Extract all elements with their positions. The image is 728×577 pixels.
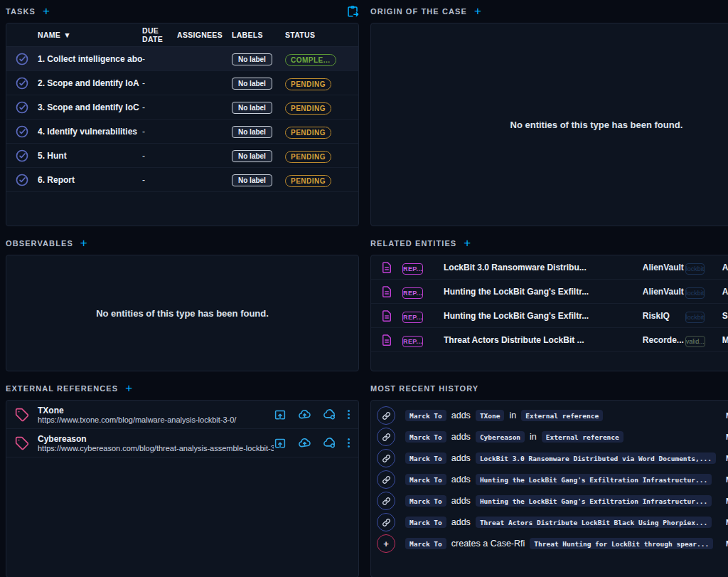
col-name[interactable]: NAME▼ xyxy=(38,31,142,39)
col-assignees: ASSIGNEES xyxy=(177,31,232,39)
task-label-chip: No label xyxy=(232,150,272,162)
task-name: 1. Collect intelligence about the a... xyxy=(38,54,142,64)
upload-file-button[interactable] xyxy=(298,436,311,450)
external-references-title: EXTERNAL REFERENCES xyxy=(6,384,118,393)
history-action: adds xyxy=(451,517,471,527)
plus-circle-icon: + xyxy=(383,539,389,549)
add-observable-button[interactable]: + xyxy=(80,238,87,248)
history-event-icon: + xyxy=(377,470,395,489)
add-related-entity-button[interactable]: + xyxy=(464,238,471,248)
external-references-header: EXTERNAL REFERENCES + xyxy=(6,381,359,396)
task-due-date: - xyxy=(142,78,177,88)
related-entities-header: RELATED ENTITIES + xyxy=(370,236,728,250)
task-row[interactable]: 5. Hunt - No label PENDING xyxy=(6,144,358,168)
entity-type-chip: REP... xyxy=(402,287,423,299)
history-user-chip: Marck To xyxy=(405,474,446,485)
related-entity-row[interactable]: REP... LockBit 3.0 Ransomware Distribu..… xyxy=(371,255,728,280)
task-status-chip: COMPLE... xyxy=(285,54,336,66)
link-icon xyxy=(382,411,391,420)
check-circle-icon xyxy=(6,125,38,139)
history-event-icon: + xyxy=(377,492,395,510)
history-user-chip: Marck To xyxy=(405,452,446,464)
entity-label-chip: lockbit xyxy=(685,287,705,299)
cloud-sync-icon xyxy=(323,436,336,450)
tasks-title: TASKS xyxy=(6,7,36,16)
cloud-upload-icon xyxy=(298,436,311,450)
history-user-chip: Marck To xyxy=(405,517,446,528)
history-context-chip: External reference xyxy=(542,431,623,443)
related-entity-row[interactable]: REP... Hunting the LockBit Gang's Exfilt… xyxy=(371,280,728,304)
open-in-browser-icon xyxy=(274,408,287,421)
history-action: adds xyxy=(451,453,471,463)
task-status-chip: PENDING xyxy=(285,151,331,163)
entity-date: Aug 23, ... xyxy=(722,287,728,297)
task-due-date: - xyxy=(142,102,177,112)
add-external-reference-button[interactable]: + xyxy=(125,383,132,393)
external-reference-row[interactable]: TXone https://www.txone.com/blog/malware… xyxy=(6,401,358,429)
add-origin-button[interactable]: + xyxy=(474,6,481,16)
task-due-date: - xyxy=(142,175,177,185)
report-file-icon xyxy=(371,285,402,298)
sort-desc-icon: ▼ xyxy=(63,31,71,39)
history-event-icon: + xyxy=(377,449,395,467)
report-file-icon xyxy=(371,309,402,322)
history-user-chip: Marck To xyxy=(405,410,446,421)
related-entities-title: RELATED ENTITIES xyxy=(370,239,456,248)
observables-title: OBSERVABLES xyxy=(6,239,73,248)
history-context-chip: External reference xyxy=(521,410,603,421)
kebab-menu-icon xyxy=(348,413,350,415)
apply-task-template-button[interactable] xyxy=(346,5,359,18)
reference-source-name: Cybereason xyxy=(38,434,274,444)
entity-type-chip: REP... xyxy=(402,336,423,347)
history-event-icon: + xyxy=(377,513,395,531)
task-label-chip: No label xyxy=(232,78,272,90)
open-in-browser-icon xyxy=(274,437,287,450)
external-reference-row[interactable]: Cybereason https://www.cybereason.com/bl… xyxy=(6,429,358,457)
task-row[interactable]: 2. Scope and Identify IoA - No label PEN… xyxy=(6,71,358,95)
left-column: TASKS + NAME▼ DUE DATE ASSIGNEES LABELS … xyxy=(6,4,359,577)
history-title: MOST RECENT HISTORY xyxy=(370,384,478,393)
right-column: ORIGIN OF THE CASE + No entities of this… xyxy=(370,4,728,577)
tasks-panel: NAME▼ DUE DATE ASSIGNEES LABELS STATUS 1… xyxy=(6,23,359,226)
history-row: + Marck To adds LockBit 3.0 Ransomware D… xyxy=(371,448,728,469)
task-name: 6. Report xyxy=(38,175,142,185)
entity-creator: RiskIQ xyxy=(643,311,685,321)
task-label-chip: No label xyxy=(232,53,272,65)
related-entity-row[interactable]: REP... Threat Actors Distribute LockBit … xyxy=(371,328,728,352)
kebab-menu-icon xyxy=(348,442,350,444)
task-status-chip: PENDING xyxy=(285,78,331,90)
sync-enrichment-button[interactable] xyxy=(323,408,336,421)
task-row[interactable]: 4. Identify vulnerabilities - No label P… xyxy=(6,120,358,144)
observables-empty-message: No entities of this type has been found. xyxy=(96,308,269,319)
open-link-button[interactable] xyxy=(274,408,287,421)
reference-menu-button[interactable] xyxy=(348,413,350,415)
external-references-panel: TXone https://www.txone.com/blog/malware… xyxy=(6,400,359,577)
history-action: adds xyxy=(451,496,471,506)
entity-date: Aug 24, ... xyxy=(722,263,728,272)
task-label-chip: No label xyxy=(232,126,272,138)
task-row[interactable]: 6. Report - No label PENDING xyxy=(6,168,358,192)
history-event-icon: + xyxy=(377,534,395,553)
history-target-chip: Cybereason xyxy=(476,431,525,443)
tag-icon xyxy=(6,408,38,422)
task-row[interactable]: 1. Collect intelligence about the a... -… xyxy=(6,47,358,71)
history-action: adds xyxy=(451,475,471,485)
related-entity-row[interactable]: REP... Hunting the LockBit Gang's Exfilt… xyxy=(371,304,728,328)
reference-menu-button[interactable] xyxy=(348,442,350,444)
related-entities-panel: REP... LockBit 3.0 Ransomware Distribu..… xyxy=(370,255,728,371)
report-file-icon xyxy=(371,334,402,346)
entity-creator: AlienVault xyxy=(643,287,685,297)
paste-go-clipboard-icon xyxy=(346,5,359,18)
entity-date: Sep 16, ... xyxy=(722,311,728,321)
upload-file-button[interactable] xyxy=(298,408,311,421)
entity-creator: AlienVault xyxy=(643,263,685,272)
tag-icon xyxy=(6,436,38,450)
history-header: MOST RECENT HISTORY xyxy=(370,381,728,396)
task-row[interactable]: 3. Scope and Identify IoC - No label PEN… xyxy=(6,95,358,120)
history-user-chip: Marck To xyxy=(405,431,446,443)
open-link-button[interactable] xyxy=(274,437,287,450)
sync-enrichment-button[interactable] xyxy=(323,436,336,450)
col-labels: LABELS xyxy=(232,31,285,39)
task-due-date: - xyxy=(142,151,177,161)
add-task-button[interactable]: + xyxy=(43,6,50,16)
